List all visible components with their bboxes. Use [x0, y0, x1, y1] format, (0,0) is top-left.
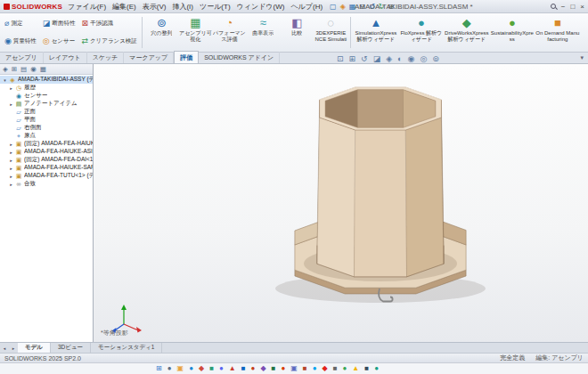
taskbar-app-icon[interactable]: ⊞ — [156, 365, 162, 372]
taskbar-app-icon[interactable]: ■ — [209, 365, 214, 372]
ribbon-button[interactable]: ◪ 断面特性 — [41, 15, 78, 32]
taskbar-app-icon[interactable]: ◆ — [323, 365, 328, 372]
tree-item[interactable]: ▾ AMADA-TAKIBIDAI-ASSY (デフォルト... — [0, 76, 93, 84]
tree-item-caret[interactable]: ▸ — [9, 166, 13, 171]
menu-item[interactable]: ツール(T) — [200, 2, 231, 12]
taskbar-app-icon[interactable]: ● — [374, 365, 379, 372]
ribbon-button[interactable]: ⊚ 穴の整列 — [145, 15, 178, 50]
ribbon-button[interactable]: ⌀ 測定 — [3, 15, 38, 32]
headsup-icon[interactable]: ◈ — [386, 54, 392, 63]
ribbon-button[interactable]: ⊠ 干渉認識 — [79, 15, 138, 32]
search-icon[interactable] — [551, 4, 556, 9]
headsup-icon[interactable]: ◐ — [397, 54, 402, 63]
tree-item[interactable]: 平面 — [0, 116, 93, 124]
headsup-icon[interactable]: ↺ — [361, 54, 368, 63]
tree-item[interactable]: 右側面 — [0, 124, 93, 132]
ribbon-button[interactable]: ◧ 比較 — [281, 15, 314, 50]
taskbar-app-icon[interactable]: ■ — [333, 365, 338, 372]
taskbar-app-icon[interactable]: ▲ — [352, 365, 359, 372]
taskbar-app-icon[interactable]: ◆ — [260, 365, 265, 372]
ribbon-button[interactable]: ◆ DriveWorksXpress 解析ウィザード — [445, 15, 489, 50]
panel-tab-icon[interactable]: ▦ — [40, 65, 46, 73]
minimize-button[interactable]: − — [561, 3, 566, 11]
tree-item[interactable]: 正面 — [0, 108, 93, 116]
quick-access-icon[interactable]: ◈ — [340, 3, 346, 11]
taskbar-app-icon[interactable]: ● — [281, 365, 285, 372]
tree-item-caret[interactable]: ▸ — [9, 182, 13, 187]
headsup-icon[interactable]: ◪ — [373, 54, 381, 63]
menu-item[interactable]: ヘルプ(H) — [290, 2, 323, 12]
taskbar-app-icon[interactable]: ● — [219, 365, 224, 372]
close-button[interactable]: × — [580, 3, 584, 11]
document-tab[interactable]: 3Dビュー — [51, 343, 91, 353]
taskbar-app-icon[interactable]: ■ — [303, 365, 307, 372]
panel-tab-icon[interactable]: ◉ — [30, 65, 37, 73]
menu-item[interactable]: ファイル(F) — [68, 2, 106, 12]
headsup-icon[interactable]: ⊚ — [432, 54, 439, 63]
menu-item[interactable]: 挿入(I) — [172, 2, 193, 12]
ribbon-tab[interactable]: レイアウト — [44, 52, 87, 63]
model-canvas[interactable] — [94, 64, 587, 342]
tree-item[interactable]: ▸ 合致 — [0, 180, 93, 188]
headsup-icon[interactable]: ⊞ — [349, 54, 356, 63]
taskbar-app-icon[interactable]: ■ — [364, 365, 369, 372]
ribbon-button[interactable]: ◔ パフォーマンス評価 — [213, 15, 246, 50]
menu-item[interactable]: ウィンドウ(W) — [237, 2, 285, 12]
taskbar-app-icon[interactable]: ● — [313, 365, 317, 372]
ribbon-button[interactable]: ● SustainabilityXpress — [490, 15, 535, 50]
taskbar-app-icon[interactable]: ▣ — [177, 365, 184, 372]
tree-item[interactable]: ▸ (固定) AMADA-FEA-DAI<1> (デフォルト... — [0, 156, 93, 164]
tab-scroll-left-icon[interactable]: ◂ — [0, 343, 9, 353]
taskbar-app-icon[interactable]: ● — [167, 365, 172, 372]
ribbon-button[interactable]: ■ On Demand Manufacturing — [535, 15, 580, 50]
ribbon-button[interactable]: ▲ SimulationXpress 解析ウィザード — [354, 15, 398, 50]
menu-item[interactable]: 編集(E) — [112, 2, 136, 12]
ribbon-tab[interactable]: マークアップ — [124, 52, 174, 63]
tree-item[interactable]: ▸ アノテートアイテム — [0, 100, 93, 108]
headsup-icon[interactable]: ⊡ — [337, 54, 344, 63]
headsup-icon[interactable]: ◉ — [408, 54, 415, 63]
tree-item[interactable]: ▸ AMADA-FEA-HAIUKE-ASI<1> (デフォルト... — [0, 148, 93, 156]
taskbar-app-icon[interactable]: ▣ — [290, 365, 298, 372]
ribbon-button[interactable]: ⇄ クリアランス検証 — [79, 33, 138, 50]
ribbon-tab[interactable]: 評価 — [174, 51, 199, 63]
document-tab[interactable]: モデル — [18, 343, 51, 353]
ribbon-tab[interactable]: スケッチ — [87, 52, 125, 63]
tree-item-caret[interactable]: ▸ — [9, 85, 13, 91]
taskbar-app-icon[interactable]: ▲ — [229, 365, 236, 372]
taskbar-app-icon[interactable]: ● — [189, 365, 193, 372]
ribbon-tab[interactable]: SOLIDWORKS アドイン — [199, 52, 280, 63]
panel-tab-icon[interactable]: ⊞ — [12, 65, 17, 73]
tree-item[interactable]: ▸ AMADA-FEA-HAIUKE-SARA<1> (デフォルト... — [0, 164, 93, 172]
tree-item[interactable]: 原点 — [0, 132, 93, 140]
menu-item[interactable]: 表示(V) — [143, 2, 167, 12]
ribbon-tab[interactable]: アセンブリ — [0, 52, 44, 63]
panel-tab-icon[interactable]: ◈ — [3, 65, 8, 73]
ribbon-button[interactable]: ◌ 3DEXPERIENCE Simulation Connector — [314, 15, 347, 50]
tree-item-caret[interactable]: ▸ — [9, 174, 13, 179]
tree-item-caret[interactable]: ▸ — [9, 142, 13, 147]
graphics-viewport[interactable]: *等角投影 — [94, 64, 588, 342]
taskbar-app-icon[interactable]: ■ — [272, 365, 276, 372]
taskbar-app-icon[interactable]: ■ — [241, 365, 246, 372]
ribbon-button[interactable]: ◉ 質量特性 — [3, 33, 38, 50]
headsup-icon[interactable]: ◎ — [420, 54, 427, 63]
ribbon-button[interactable]: ◎ センサー — [41, 33, 78, 50]
chevron-down-icon[interactable]: ▾ — [580, 54, 584, 61]
document-tab[interactable]: モーションスタディ1 — [91, 343, 162, 353]
taskbar-app-icon[interactable]: ◆ — [199, 365, 204, 372]
tree-item-caret[interactable]: ▸ — [9, 158, 13, 163]
taskbar-app-icon[interactable]: ● — [251, 365, 256, 372]
ribbon-button[interactable]: ● FloXpress 解析ウィザード — [399, 15, 444, 50]
ribbon-button[interactable]: ▦ アセンブリ可視化 — [179, 15, 212, 50]
takibidai-model[interactable] — [275, 85, 486, 303]
tree-item-caret[interactable]: ▾ — [3, 77, 7, 83]
tree-item-caret[interactable]: ▸ — [9, 150, 13, 155]
panel-tab-icon[interactable]: ▤ — [20, 65, 27, 73]
ribbon-button[interactable]: ≈ 曲率表示 — [247, 15, 280, 50]
tree-item[interactable]: ▸ (固定) AMADA-FEA-HAIUKE<1> (デフォルト... — [0, 140, 93, 148]
tree-item[interactable]: ▸ 履歴 — [0, 84, 93, 92]
maximize-button[interactable]: □ — [570, 3, 575, 11]
tree-item-caret[interactable]: ▸ — [9, 102, 13, 107]
tree-item[interactable]: ▸ AMADA-FEA-TUTU<1> (デフォルト... — [0, 172, 93, 180]
